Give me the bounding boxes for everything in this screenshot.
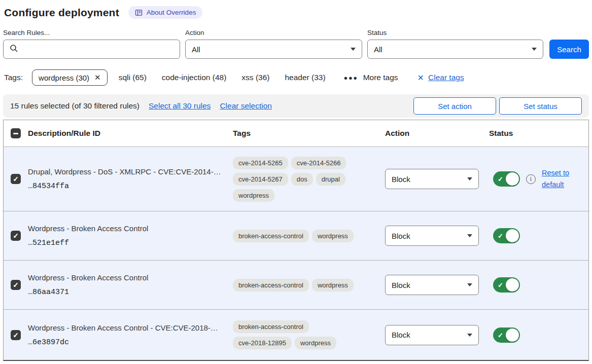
check-icon: ✓ — [13, 232, 19, 239]
chevron-down-icon — [467, 234, 472, 237]
rule-id: …6e3897dc — [28, 338, 225, 347]
rules-table: Description/Rule ID Tags Action Status ✓… — [3, 120, 589, 361]
check-icon: ✓ — [13, 281, 19, 288]
filter-bar: Search Rules... Action All Status — [3, 29, 589, 59]
selected-tag-chip[interactable]: wordpress (30) ✕ — [32, 69, 108, 86]
status-toggle[interactable]: ✓ — [493, 327, 520, 343]
chevron-down-icon — [467, 283, 472, 286]
ellipsis-icon: ●●● — [344, 74, 358, 82]
column-tags: Tags — [233, 129, 385, 138]
about-overrides-badge[interactable]: About Overrides — [128, 6, 203, 19]
tag-pill: drupal — [316, 173, 345, 186]
rule-action-select[interactable]: Block — [385, 226, 479, 246]
book-icon — [135, 9, 143, 16]
status-toggle[interactable]: ✓ — [493, 277, 520, 293]
check-icon: ✓ — [498, 175, 503, 183]
rule-tags: broken-access-controlwordpress — [233, 274, 361, 297]
rule-id: …86aa4371 — [28, 288, 225, 297]
row-checkbox[interactable]: ✓ — [11, 231, 21, 241]
indeterminate-icon — [13, 133, 18, 134]
row-checkbox[interactable]: ✓ — [11, 174, 21, 184]
search-button[interactable]: Search — [549, 40, 589, 59]
rule-id: …84534ffa — [28, 182, 225, 191]
chevron-down-icon — [467, 334, 472, 337]
selection-bar: 15 rules selected (of 30 filtered rules)… — [3, 94, 589, 118]
chevron-down-icon — [467, 177, 472, 180]
check-icon: ✓ — [13, 332, 19, 339]
toggle-knob — [506, 329, 519, 342]
check-icon: ✓ — [498, 232, 503, 240]
tag-filter-button[interactable]: xss (36) — [241, 73, 269, 82]
rule-action-select[interactable]: Block — [385, 325, 479, 345]
action-filter-value: All — [192, 45, 200, 54]
tag-pill: cve-2014-5265 — [233, 157, 288, 169]
tag-pill: broken-access-control — [233, 279, 309, 292]
column-description: Description/Rule ID — [28, 129, 233, 138]
status-filter-select[interactable]: All — [367, 40, 543, 59]
select-all-checkbox[interactable] — [11, 128, 21, 138]
search-rules-label: Search Rules... — [3, 29, 180, 37]
tag-pill: cve-2018-12895 — [233, 337, 292, 349]
column-status: Status — [489, 129, 588, 138]
remove-tag-icon[interactable]: ✕ — [94, 73, 101, 82]
rule-action-select[interactable]: Block — [385, 275, 479, 295]
reset-to-default-link[interactable]: Reset to default — [542, 167, 573, 191]
search-rules-input[interactable] — [23, 45, 173, 54]
chevron-down-icon — [351, 48, 356, 51]
rule-tags: broken-access-controlwordpress — [233, 225, 361, 247]
tag-pill: cve-2014-5266 — [291, 157, 346, 169]
tags-label: Tags: — [4, 73, 23, 82]
action-filter-select[interactable]: All — [185, 40, 362, 59]
set-status-button[interactable]: Set status — [499, 97, 582, 115]
tags-bar: Tags: wordpress (30) ✕ sqli (65)code-inj… — [4, 69, 589, 86]
toggle-knob — [506, 278, 519, 292]
search-icon — [10, 44, 18, 54]
rule-action-value: Block — [392, 175, 410, 184]
page-header: Configure deployment About Overrides — [4, 6, 589, 19]
more-tags-label: More tags — [363, 73, 398, 82]
rule-action-value: Block — [392, 232, 410, 240]
more-tags-button[interactable]: ●●● More tags — [344, 73, 398, 82]
tag-filter-button[interactable]: header (33) — [285, 73, 325, 82]
action-filter-label: Action — [185, 29, 362, 37]
table-row: ✓ Wordpress - Broken Access Control …86a… — [4, 260, 588, 309]
rule-action-value: Block — [392, 281, 410, 289]
configure-deployment-page: Configure deployment About Overrides Sea… — [0, 0, 592, 364]
toggle-knob — [506, 172, 519, 186]
rule-description: Wordpress - Broken Access Control - CVE:… — [28, 323, 225, 332]
table-row: ✓ Wordpress - Broken Access Control - CV… — [4, 309, 588, 360]
tag-pill: wordpress — [312, 230, 354, 242]
clear-tags-label: Clear tags — [428, 73, 464, 82]
set-action-button[interactable]: Set action — [413, 97, 496, 115]
column-action: Action — [385, 129, 489, 138]
check-icon: ✓ — [13, 175, 19, 183]
check-icon: ✓ — [498, 331, 503, 339]
tag-filter-button[interactable]: sqli (65) — [119, 73, 147, 82]
tag-pill: broken-access-control — [233, 230, 309, 242]
rule-description: Wordpress - Broken Access Control — [28, 273, 225, 282]
rule-action-select[interactable]: Block — [385, 169, 479, 189]
table-header: Description/Rule ID Tags Action Status — [4, 120, 588, 147]
clear-tags-link[interactable]: ✕ Clear tags — [417, 73, 464, 83]
info-icon[interactable]: i — [526, 174, 536, 184]
about-overrides-label: About Overrides — [147, 9, 196, 16]
tag-pill: cve-2014-5267 — [233, 173, 288, 186]
rule-tags: cve-2014-5265cve-2014-5266cve-2014-5267d… — [233, 152, 361, 207]
status-toggle[interactable]: ✓ — [493, 228, 520, 243]
row-checkbox[interactable]: ✓ — [11, 330, 21, 340]
rule-id: …521e1eff — [28, 239, 225, 247]
toggle-knob — [506, 229, 519, 242]
clear-selection-link[interactable]: Clear selection — [220, 101, 272, 111]
row-checkbox[interactable]: ✓ — [11, 280, 21, 290]
rule-action-value: Block — [392, 331, 410, 339]
select-all-link[interactable]: Select all 30 rules — [149, 101, 211, 111]
tag-filter-button[interactable]: code-injection (48) — [162, 73, 227, 82]
status-toggle[interactable]: ✓ — [493, 171, 520, 187]
table-body: ✓ Drupal, Wordpress - DoS - XMLRPC - CVE… — [4, 147, 588, 360]
chevron-down-icon — [532, 48, 537, 51]
selected-tag-label: wordpress (30) — [39, 74, 89, 82]
tag-pill: broken-access-control — [233, 320, 309, 333]
close-icon: ✕ — [417, 73, 424, 83]
status-filter-label: Status — [367, 29, 544, 37]
tag-pill: wordpress — [233, 189, 274, 202]
